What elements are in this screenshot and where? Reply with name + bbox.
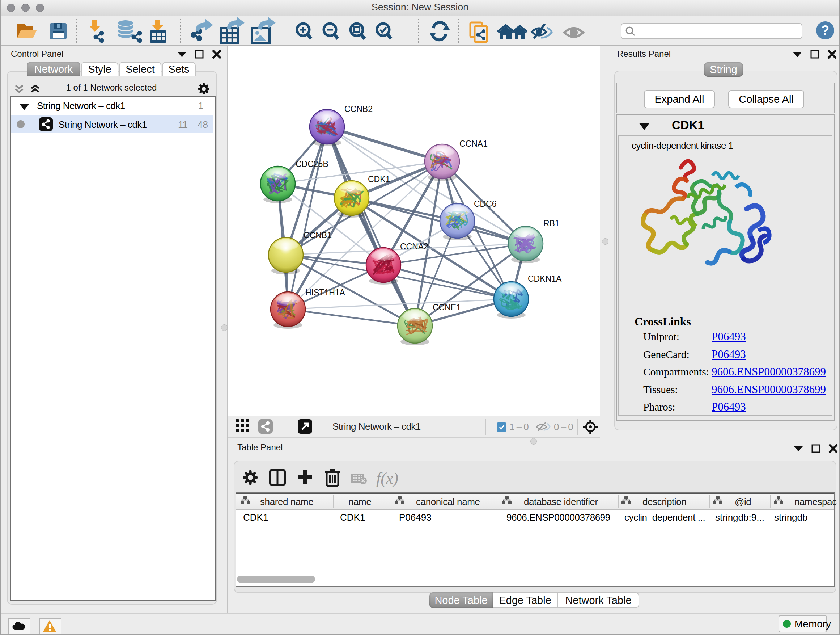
svg-text:CCNA2: CCNA2 xyxy=(400,242,428,251)
svg-text:HIST1H1A: HIST1H1A xyxy=(305,288,346,297)
svg-text:CDKN1A: CDKN1A xyxy=(528,274,562,283)
svg-text:CCNB1: CCNB1 xyxy=(303,231,332,240)
svg-text:CDC6: CDC6 xyxy=(474,199,497,209)
svg-text:f(x): f(x) xyxy=(376,470,398,487)
svg-text:CDK1: CDK1 xyxy=(368,174,390,184)
svg-text:CDC25B: CDC25B xyxy=(295,159,328,169)
svg-text:CCNB2: CCNB2 xyxy=(344,104,373,114)
svg-text:CCNE1: CCNE1 xyxy=(433,302,461,312)
svg-text:CCNA1: CCNA1 xyxy=(459,139,488,149)
svg-text:RB1: RB1 xyxy=(543,219,560,228)
